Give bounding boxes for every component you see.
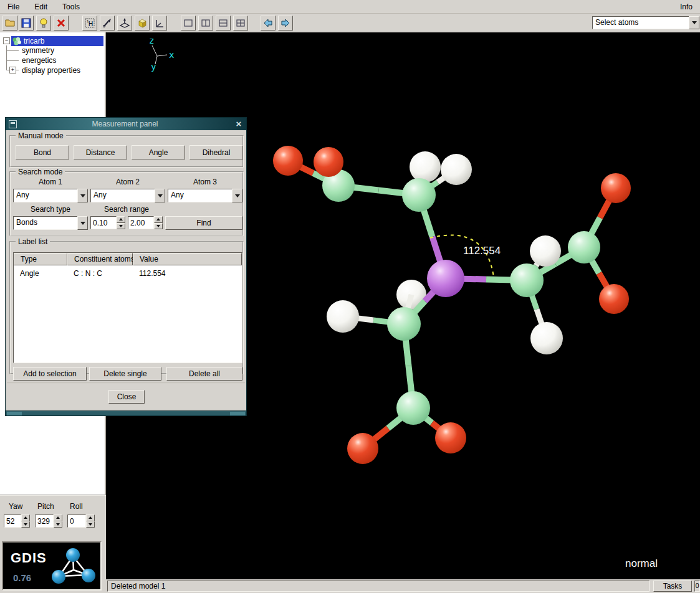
yaw-input[interactable]	[4, 515, 21, 528]
dihedral-button[interactable]: Dihedral	[189, 145, 243, 159]
range-max-spin-buttons[interactable]	[154, 216, 163, 229]
search-type-value[interactable]: Bonds	[13, 216, 77, 230]
search-type-dropdown-button[interactable]	[77, 216, 88, 230]
roll-spinbox[interactable]	[67, 515, 95, 528]
atom-H[interactable]	[327, 300, 359, 333]
atom2-value[interactable]: Any	[90, 189, 155, 202]
tree-item-tricarb[interactable]: tricarb	[11, 36, 103, 46]
atom-O[interactable]	[347, 433, 378, 464]
range-min-spinbox[interactable]	[90, 216, 125, 229]
delete-button[interactable]	[54, 16, 69, 31]
window-menu-icon[interactable]	[9, 120, 17, 128]
search-type-combo[interactable]: Bonds	[13, 216, 88, 230]
spin-down-button[interactable]	[21, 521, 30, 528]
atom-O[interactable]	[601, 173, 631, 203]
plane-tool-button[interactable]	[117, 16, 132, 31]
range-min-input[interactable]	[90, 216, 117, 229]
angle-button[interactable]: Angle	[132, 145, 185, 159]
tree-expand-box[interactable]: +	[9, 67, 16, 74]
menu-tools[interactable]: Tools	[55, 1, 87, 12]
save-button[interactable]	[19, 16, 34, 31]
pitch-spinbox[interactable]	[35, 515, 62, 528]
back-button[interactable]	[261, 16, 276, 31]
range-min-spin-buttons[interactable]	[117, 216, 125, 229]
menu-file[interactable]: File	[0, 1, 27, 12]
roll-input[interactable]	[67, 515, 86, 528]
select-atoms-value[interactable]: Select atoms	[592, 16, 689, 29]
atom-C[interactable]	[568, 231, 600, 263]
atom1-dropdown-button[interactable]	[77, 189, 88, 202]
tree-item-display-properties[interactable]: display properties	[20, 65, 82, 75]
hint-button[interactable]	[36, 16, 51, 31]
spin-down-button[interactable]	[154, 223, 163, 230]
atom1-combo[interactable]: Any	[13, 189, 88, 202]
close-icon[interactable]: ×	[233, 119, 244, 129]
atom-H[interactable]	[410, 151, 441, 183]
atom-O[interactable]	[314, 147, 343, 177]
tasks-button[interactable]: Tasks	[653, 581, 692, 592]
atom-C[interactable]	[396, 391, 430, 425]
atom-C[interactable]	[402, 178, 436, 212]
atom-H[interactable]	[530, 322, 563, 354]
spin-up-button[interactable]	[21, 515, 30, 521]
atom-N[interactable]	[427, 260, 464, 297]
add-to-selection-button[interactable]: Add to selection	[13, 367, 87, 381]
pitch-input[interactable]	[35, 515, 54, 528]
tree-collapse-box[interactable]: −	[3, 37, 10, 44]
spin-down-button[interactable]	[117, 223, 125, 230]
window-resize-bar[interactable]	[6, 410, 246, 415]
range-max-spinbox[interactable]	[128, 216, 163, 229]
atom2-dropdown-button[interactable]	[155, 189, 165, 202]
menu-edit[interactable]: Edit	[27, 1, 55, 12]
distance-button[interactable]: Distance	[74, 145, 127, 159]
axes-toggle-button[interactable]	[152, 16, 167, 31]
spin-up-button[interactable]	[117, 216, 125, 223]
atom3-dropdown-button[interactable]	[232, 189, 242, 202]
spin-up-button[interactable]	[54, 515, 62, 521]
spin-down-button[interactable]	[54, 521, 62, 528]
render-button[interactable]	[135, 16, 150, 31]
measure-tool-button[interactable]	[100, 16, 115, 31]
atom1-value[interactable]: Any	[13, 189, 77, 202]
column-header-value[interactable]: Value	[133, 253, 242, 265]
atom2-combo[interactable]: Any	[90, 189, 165, 202]
roll-spin-buttons[interactable]	[86, 515, 95, 528]
spin-up-button[interactable]	[154, 216, 163, 223]
atom3-value[interactable]: Any	[168, 189, 232, 202]
tree-item-energetics[interactable]: energetics	[20, 55, 58, 65]
pane-vsplit-button[interactable]	[198, 16, 213, 31]
pane-single-button[interactable]	[181, 16, 196, 31]
atom-O[interactable]	[273, 146, 303, 176]
tree-item-symmetry[interactable]: symmetry	[20, 45, 56, 55]
delete-all-button[interactable]: Delete all	[166, 367, 242, 381]
pitch-spin-buttons[interactable]	[54, 515, 62, 528]
range-max-input[interactable]	[128, 216, 154, 229]
yaw-spinbox[interactable]	[4, 515, 30, 528]
open-button[interactable]	[2, 16, 17, 31]
atom-H[interactable]	[441, 154, 472, 185]
forward-button[interactable]	[278, 16, 293, 31]
column-header-constituent-atoms[interactable]: Constituent atoms	[67, 253, 133, 265]
atom-H[interactable]	[530, 235, 561, 267]
find-button[interactable]: Find	[165, 216, 242, 230]
atom-O[interactable]	[599, 284, 629, 314]
menu-info[interactable]: Info	[673, 1, 700, 12]
pane-quad-button[interactable]	[233, 16, 248, 31]
atom3-combo[interactable]: Any	[168, 189, 242, 202]
atom-O[interactable]	[435, 422, 466, 453]
hydrogen-tool-button[interactable]: 1 H	[82, 16, 97, 31]
pane-hsplit-button[interactable]	[216, 16, 231, 31]
column-header-type[interactable]: Type	[14, 253, 67, 265]
bond-C-H[interactable]	[408, 295, 411, 310]
select-atoms-dropdown-button[interactable]	[689, 16, 699, 29]
atom-C[interactable]	[387, 307, 421, 341]
bond-button[interactable]: Bond	[16, 145, 69, 159]
delete-single-button[interactable]: Delete single	[89, 367, 161, 381]
atom-C[interactable]	[510, 263, 544, 297]
measurement-panel-titlebar[interactable]: Measurement panel ×	[6, 118, 246, 130]
select-atoms-combo[interactable]: Select atoms	[592, 16, 699, 29]
spin-up-button[interactable]	[86, 515, 95, 521]
close-button[interactable]: Close	[108, 390, 145, 404]
yaw-spin-buttons[interactable]	[21, 515, 30, 528]
spin-down-button[interactable]	[86, 521, 95, 528]
